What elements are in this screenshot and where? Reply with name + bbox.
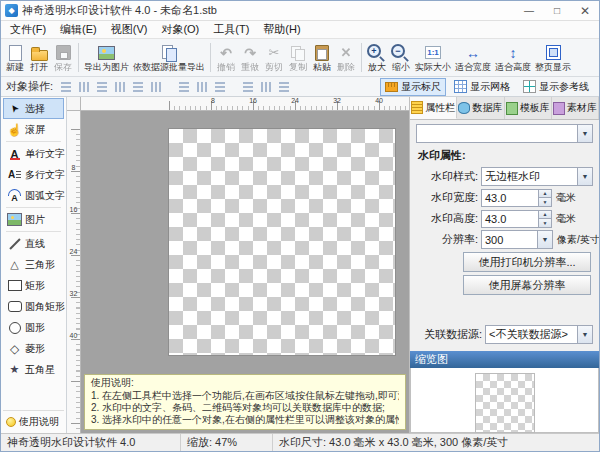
op-button-same-width[interactable] [175, 79, 192, 95]
op-button-align-middle[interactable] [129, 79, 146, 95]
tool-pan[interactable]: 滚屏 [3, 119, 64, 140]
toolbar-button-label: 撤销 [217, 62, 235, 72]
height-input[interactable]: 43.0 [481, 210, 539, 228]
op-button-align-bottom[interactable] [147, 79, 164, 95]
ruler-number: 24 [257, 97, 299, 104]
toolbar-button-zoom-in[interactable]: 放大 [365, 40, 389, 75]
zoomin-icon [367, 44, 387, 62]
chevron-down-icon[interactable]: ▼ [577, 125, 592, 142]
diamond-icon [7, 341, 22, 356]
toolbar-button-new[interactable]: 新建 [3, 40, 27, 75]
tool-line[interactable]: 直线 [3, 233, 64, 254]
op-same-width-icon [178, 81, 190, 93]
dpi-combobox[interactable]: 300 ▼ [481, 230, 553, 249]
op-button-align-top[interactable] [111, 79, 128, 95]
panel-tab-templates[interactable]: 模板库 [505, 97, 552, 119]
menu-item-object[interactable]: 对象(O) [154, 21, 206, 38]
menu-item-view[interactable]: 视图(V) [104, 21, 155, 38]
op-button-bring-front[interactable] [239, 79, 256, 95]
toolbar-button-cut[interactable]: 剪切 [262, 40, 286, 75]
spin-up-icon[interactable]: ▲ [539, 211, 551, 219]
tool-rounded-rectangle[interactable]: 圆角矩形 [3, 296, 64, 317]
use-screen-dpi-button[interactable]: 使用屏幕分辨率 [463, 275, 591, 295]
help-line: 2. 水印中的文字、条码、二维码等对象均可以关联数据库中的数据; [91, 402, 399, 414]
panel-tab-properties[interactable]: 属性栏 [410, 97, 457, 119]
tool-label: 圆弧文字 [25, 189, 65, 203]
toolbar-button-fit-height[interactable]: 适合高度 [493, 40, 533, 75]
toolbar-button-redo[interactable]: 重做 [238, 40, 262, 75]
height-row: 水印高度: 43.0 ▲ ▼ 毫米 [410, 208, 599, 229]
toggle-button-show-guides[interactable]: 显示参考线 [518, 78, 594, 96]
use-printer-dpi-button[interactable]: 使用打印机分辨率... [463, 252, 591, 272]
tool-triangle[interactable]: 三角形 [3, 254, 64, 275]
copy-icon [288, 44, 308, 62]
panel-tab-materials[interactable]: 素材库 [552, 97, 599, 119]
zoomout-icon [391, 44, 411, 62]
toolbar-button-fit-width[interactable]: 适合宽度 [453, 40, 493, 75]
spin-down-icon[interactable]: ▼ [539, 197, 551, 206]
toolbar-button-paste[interactable]: 粘贴 [310, 40, 334, 75]
tool-rectangle[interactable]: 矩形 [3, 275, 64, 296]
spin-up-icon[interactable]: ▲ [539, 190, 551, 198]
menu-item-tools[interactable]: 工具(T) [206, 21, 256, 38]
toolbar-button-delete[interactable]: 删除 [334, 40, 358, 75]
op-button-send-back[interactable] [257, 79, 274, 95]
toolbar-button-zoom-out[interactable]: 缩小 [389, 40, 413, 75]
toolbar-button-label: 导出为图片 [84, 62, 129, 72]
watermark-canvas[interactable] [169, 129, 395, 355]
tool-arc-text[interactable]: 圆弧文字 [3, 185, 64, 206]
toolbar-button-fit-page[interactable]: 整页显示 [533, 40, 573, 75]
toolbar-button-undo[interactable]: 撤销 [214, 40, 238, 75]
ruler-number: 8 [173, 97, 215, 104]
style-combobox[interactable]: 无边框水印 ▼ [481, 167, 593, 186]
rect-icon [7, 278, 22, 293]
menu-item-file[interactable]: 文件(F) [3, 21, 53, 38]
chevron-down-icon[interactable]: ▼ [577, 168, 592, 185]
tool-multi-line-text[interactable]: 多行文字 [3, 164, 64, 185]
toolbar-button-save[interactable]: 保存 [51, 40, 75, 75]
datasource-combobox[interactable]: <不关联数据源> ▼ [485, 325, 593, 344]
toolbar-button-label: 适合高度 [495, 62, 531, 72]
chevron-down-icon[interactable]: ▼ [577, 326, 592, 343]
tool-select[interactable]: 选择 [3, 98, 64, 119]
tool-image[interactable]: 图片 [3, 209, 64, 230]
toolbar-button-open[interactable]: 打开 [27, 40, 51, 75]
chevron-down-icon[interactable]: ▼ [537, 231, 552, 248]
actual-icon [423, 44, 443, 62]
toolbar-separator [78, 43, 79, 72]
op-button-align-center[interactable] [75, 79, 92, 95]
toolbar-button-label: 放大 [368, 62, 386, 72]
tool-diamond[interactable]: 菱形 [3, 338, 64, 359]
op-button-same-size[interactable] [211, 79, 228, 95]
height-unit: 毫米 [556, 212, 576, 226]
tool-circle[interactable]: 圆形 [3, 317, 64, 338]
spin-down-icon[interactable]: ▼ [539, 218, 551, 227]
toggle-button-show-ruler[interactable]: 显示标尺 [380, 78, 446, 96]
minimize-button[interactable]: — [515, 1, 543, 20]
panel-tab-database[interactable]: 数据库 [457, 97, 504, 119]
toggle-button-show-grid[interactable]: 显示网格 [449, 78, 515, 96]
tool-panel: 选择 滚屏 单行文字 多行文字 圆弧文字 图片 [1, 97, 67, 433]
help-button[interactable]: 使用说明 [3, 410, 64, 432]
view-toggles-group: 显示标尺 显示网格 显示参考线 [380, 78, 594, 96]
op-align-bottom-icon [150, 81, 162, 93]
maximize-button[interactable]: □ [543, 1, 571, 20]
width-input[interactable]: 43.0 [481, 189, 539, 207]
toolbar-button-actual-size[interactable]: 实际大小 [413, 40, 453, 75]
menu-item-help[interactable]: 帮助(H) [256, 21, 307, 38]
op-button-group[interactable] [275, 79, 292, 95]
toolbar-button-export-image[interactable]: 导出为图片 [82, 40, 131, 75]
dpi-unit: 像素/英寸 [557, 233, 600, 247]
op-button-same-height[interactable] [193, 79, 210, 95]
toolbar-button-copy[interactable]: 复制 [286, 40, 310, 75]
close-button[interactable]: ✕ [571, 1, 599, 20]
toolbar-button-batch-export[interactable]: 依数据源批量导出 [131, 40, 207, 75]
width-spinner: ▲ ▼ [539, 189, 552, 207]
op-button-align-right[interactable] [93, 79, 110, 95]
op-button-align-left[interactable] [57, 79, 74, 95]
object-selector-combobox[interactable]: ▼ [416, 124, 593, 143]
menu-item-edit[interactable]: 编辑(E) [53, 21, 104, 38]
rrect-icon [7, 299, 22, 314]
tool-single-line-text[interactable]: 单行文字 [3, 143, 64, 164]
tool-star[interactable]: 五角星 [3, 359, 64, 380]
